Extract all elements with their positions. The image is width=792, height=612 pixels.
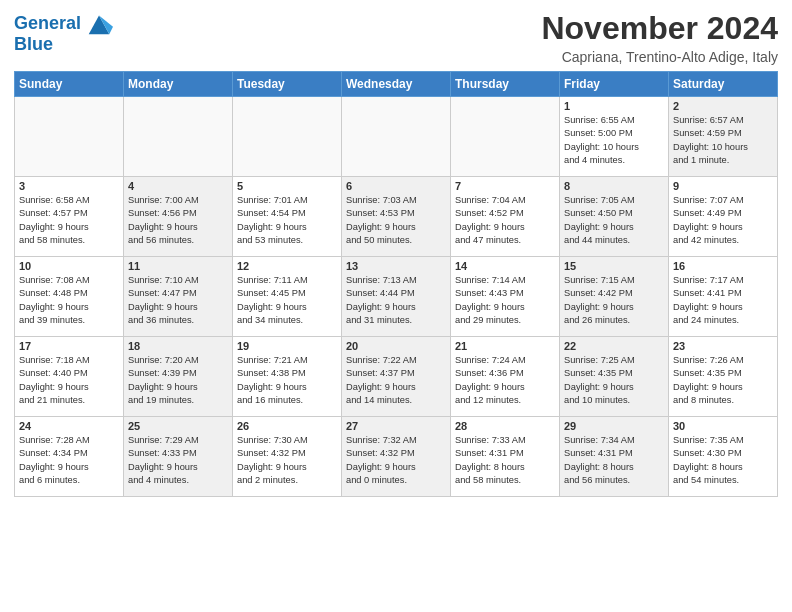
header-cell-thursday: Thursday [451, 72, 560, 97]
day-cell: 22Sunrise: 7:25 AM Sunset: 4:35 PM Dayli… [560, 337, 669, 417]
day-cell: 28Sunrise: 7:33 AM Sunset: 4:31 PM Dayli… [451, 417, 560, 497]
day-cell: 13Sunrise: 7:13 AM Sunset: 4:44 PM Dayli… [342, 257, 451, 337]
day-info: Sunrise: 7:25 AM Sunset: 4:35 PM Dayligh… [564, 354, 664, 408]
day-number: 11 [128, 260, 228, 272]
day-info: Sunrise: 7:03 AM Sunset: 4:53 PM Dayligh… [346, 194, 446, 248]
day-info: Sunrise: 7:34 AM Sunset: 4:31 PM Dayligh… [564, 434, 664, 488]
day-number: 21 [455, 340, 555, 352]
day-cell: 8Sunrise: 7:05 AM Sunset: 4:50 PM Daylig… [560, 177, 669, 257]
day-info: Sunrise: 6:58 AM Sunset: 4:57 PM Dayligh… [19, 194, 119, 248]
week-row-2: 10Sunrise: 7:08 AM Sunset: 4:48 PM Dayli… [15, 257, 778, 337]
day-cell: 25Sunrise: 7:29 AM Sunset: 4:33 PM Dayli… [124, 417, 233, 497]
day-info: Sunrise: 6:57 AM Sunset: 4:59 PM Dayligh… [673, 114, 773, 168]
subtitle: Capriana, Trentino-Alto Adige, Italy [541, 49, 778, 65]
day-cell: 30Sunrise: 7:35 AM Sunset: 4:30 PM Dayli… [669, 417, 778, 497]
day-number: 4 [128, 180, 228, 192]
week-row-1: 3Sunrise: 6:58 AM Sunset: 4:57 PM Daylig… [15, 177, 778, 257]
day-number: 22 [564, 340, 664, 352]
header-cell-monday: Monday [124, 72, 233, 97]
day-info: Sunrise: 6:55 AM Sunset: 5:00 PM Dayligh… [564, 114, 664, 168]
day-cell: 4Sunrise: 7:00 AM Sunset: 4:56 PM Daylig… [124, 177, 233, 257]
day-cell: 11Sunrise: 7:10 AM Sunset: 4:47 PM Dayli… [124, 257, 233, 337]
day-number: 29 [564, 420, 664, 432]
day-number: 27 [346, 420, 446, 432]
day-number: 13 [346, 260, 446, 272]
logo-icon [85, 10, 113, 38]
day-cell: 19Sunrise: 7:21 AM Sunset: 4:38 PM Dayli… [233, 337, 342, 417]
day-info: Sunrise: 7:28 AM Sunset: 4:34 PM Dayligh… [19, 434, 119, 488]
header-cell-saturday: Saturday [669, 72, 778, 97]
day-cell: 16Sunrise: 7:17 AM Sunset: 4:41 PM Dayli… [669, 257, 778, 337]
day-number: 30 [673, 420, 773, 432]
day-info: Sunrise: 7:18 AM Sunset: 4:40 PM Dayligh… [19, 354, 119, 408]
day-cell: 10Sunrise: 7:08 AM Sunset: 4:48 PM Dayli… [15, 257, 124, 337]
day-info: Sunrise: 7:15 AM Sunset: 4:42 PM Dayligh… [564, 274, 664, 328]
day-info: Sunrise: 7:11 AM Sunset: 4:45 PM Dayligh… [237, 274, 337, 328]
day-number: 14 [455, 260, 555, 272]
header-cell-friday: Friday [560, 72, 669, 97]
day-number: 26 [237, 420, 337, 432]
header: General Blue November 2024 Capriana, Tre… [14, 10, 778, 65]
day-info: Sunrise: 7:10 AM Sunset: 4:47 PM Dayligh… [128, 274, 228, 328]
day-info: Sunrise: 7:17 AM Sunset: 4:41 PM Dayligh… [673, 274, 773, 328]
week-row-0: 1Sunrise: 6:55 AM Sunset: 5:00 PM Daylig… [15, 97, 778, 177]
day-cell: 24Sunrise: 7:28 AM Sunset: 4:34 PM Dayli… [15, 417, 124, 497]
day-info: Sunrise: 7:24 AM Sunset: 4:36 PM Dayligh… [455, 354, 555, 408]
day-number: 5 [237, 180, 337, 192]
day-info: Sunrise: 7:08 AM Sunset: 4:48 PM Dayligh… [19, 274, 119, 328]
calendar-header-row: SundayMondayTuesdayWednesdayThursdayFrid… [15, 72, 778, 97]
day-info: Sunrise: 7:33 AM Sunset: 4:31 PM Dayligh… [455, 434, 555, 488]
day-number: 20 [346, 340, 446, 352]
day-number: 28 [455, 420, 555, 432]
day-info: Sunrise: 7:13 AM Sunset: 4:44 PM Dayligh… [346, 274, 446, 328]
day-info: Sunrise: 7:01 AM Sunset: 4:54 PM Dayligh… [237, 194, 337, 248]
day-cell: 27Sunrise: 7:32 AM Sunset: 4:32 PM Dayli… [342, 417, 451, 497]
day-cell: 21Sunrise: 7:24 AM Sunset: 4:36 PM Dayli… [451, 337, 560, 417]
day-cell: 3Sunrise: 6:58 AM Sunset: 4:57 PM Daylig… [15, 177, 124, 257]
calendar-body: 1Sunrise: 6:55 AM Sunset: 5:00 PM Daylig… [15, 97, 778, 497]
week-row-4: 24Sunrise: 7:28 AM Sunset: 4:34 PM Dayli… [15, 417, 778, 497]
day-cell: 5Sunrise: 7:01 AM Sunset: 4:54 PM Daylig… [233, 177, 342, 257]
day-info: Sunrise: 7:20 AM Sunset: 4:39 PM Dayligh… [128, 354, 228, 408]
logo: General Blue [14, 10, 113, 55]
logo-text: General [14, 14, 81, 34]
day-cell [15, 97, 124, 177]
day-number: 15 [564, 260, 664, 272]
day-info: Sunrise: 7:32 AM Sunset: 4:32 PM Dayligh… [346, 434, 446, 488]
day-number: 9 [673, 180, 773, 192]
day-number: 3 [19, 180, 119, 192]
day-number: 24 [19, 420, 119, 432]
day-number: 25 [128, 420, 228, 432]
day-number: 2 [673, 100, 773, 112]
day-number: 7 [455, 180, 555, 192]
day-cell: 26Sunrise: 7:30 AM Sunset: 4:32 PM Dayli… [233, 417, 342, 497]
day-info: Sunrise: 7:00 AM Sunset: 4:56 PM Dayligh… [128, 194, 228, 248]
day-number: 19 [237, 340, 337, 352]
day-info: Sunrise: 7:04 AM Sunset: 4:52 PM Dayligh… [455, 194, 555, 248]
week-row-3: 17Sunrise: 7:18 AM Sunset: 4:40 PM Dayli… [15, 337, 778, 417]
day-cell: 1Sunrise: 6:55 AM Sunset: 5:00 PM Daylig… [560, 97, 669, 177]
day-number: 23 [673, 340, 773, 352]
day-cell: 2Sunrise: 6:57 AM Sunset: 4:59 PM Daylig… [669, 97, 778, 177]
day-cell [124, 97, 233, 177]
day-cell: 7Sunrise: 7:04 AM Sunset: 4:52 PM Daylig… [451, 177, 560, 257]
day-cell: 6Sunrise: 7:03 AM Sunset: 4:53 PM Daylig… [342, 177, 451, 257]
day-number: 10 [19, 260, 119, 272]
calendar-table: SundayMondayTuesdayWednesdayThursdayFrid… [14, 71, 778, 497]
day-cell: 14Sunrise: 7:14 AM Sunset: 4:43 PM Dayli… [451, 257, 560, 337]
day-number: 1 [564, 100, 664, 112]
day-cell: 23Sunrise: 7:26 AM Sunset: 4:35 PM Dayli… [669, 337, 778, 417]
main-container: General Blue November 2024 Capriana, Tre… [0, 0, 792, 507]
day-cell: 18Sunrise: 7:20 AM Sunset: 4:39 PM Dayli… [124, 337, 233, 417]
day-info: Sunrise: 7:22 AM Sunset: 4:37 PM Dayligh… [346, 354, 446, 408]
day-info: Sunrise: 7:21 AM Sunset: 4:38 PM Dayligh… [237, 354, 337, 408]
header-cell-sunday: Sunday [15, 72, 124, 97]
day-cell: 20Sunrise: 7:22 AM Sunset: 4:37 PM Dayli… [342, 337, 451, 417]
header-cell-tuesday: Tuesday [233, 72, 342, 97]
day-number: 12 [237, 260, 337, 272]
day-info: Sunrise: 7:05 AM Sunset: 4:50 PM Dayligh… [564, 194, 664, 248]
day-info: Sunrise: 7:30 AM Sunset: 4:32 PM Dayligh… [237, 434, 337, 488]
day-cell [451, 97, 560, 177]
day-info: Sunrise: 7:35 AM Sunset: 4:30 PM Dayligh… [673, 434, 773, 488]
day-cell: 17Sunrise: 7:18 AM Sunset: 4:40 PM Dayli… [15, 337, 124, 417]
